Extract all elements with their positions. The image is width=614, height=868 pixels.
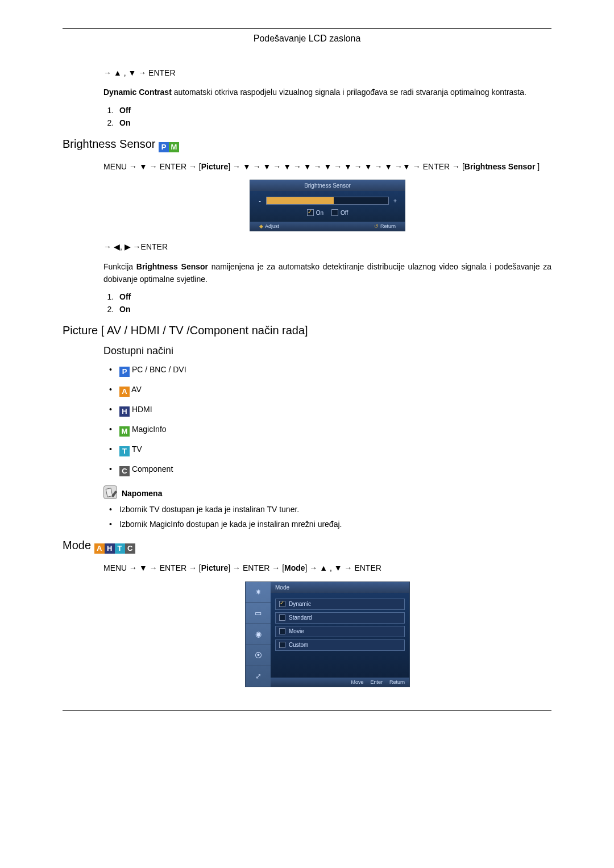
desc-text: automatski otkriva raspodjelu vizualnog …: [172, 88, 526, 97]
nav-sequence: → ▲ , ▼ → ENTER: [103, 67, 551, 79]
badge-c-icon: C: [125, 543, 135, 554]
section-brightness-content: MENU → ▼ → ENTER → [Picture] → ▼ → ▼ → ▼…: [103, 160, 551, 314]
note-icon: [103, 485, 117, 499]
osd-main: Mode Dynamic Standard Movie Custom Move …: [271, 582, 409, 687]
option-label: Custom: [289, 642, 308, 648]
term-dynamic-contrast: Dynamic Contrast: [103, 88, 172, 97]
footer-return: Return: [374, 223, 396, 229]
badge-m-icon: M: [119, 426, 130, 437]
path-picture: Picture: [201, 162, 228, 171]
option-label: Standard: [289, 614, 312, 621]
heading-text: Brightness Sensor: [63, 138, 155, 150]
toggle-on[interactable]: On: [307, 209, 323, 216]
badge-c-icon: C: [119, 466, 130, 476]
badge-m-icon: M: [169, 142, 179, 152]
mode-item-component: C Component: [109, 464, 551, 476]
mode-option-dynamic[interactable]: Dynamic: [275, 599, 405, 610]
heading-mode: Mode AHTC: [63, 539, 551, 554]
footer-enter: Enter: [370, 679, 383, 685]
slider-minus-icon: -: [257, 197, 263, 204]
osd-mode-body: Dynamic Standard Movie Custom: [271, 593, 409, 678]
badge-t-icon: T: [119, 446, 130, 456]
path-bs: Brightness Sensor: [464, 162, 535, 171]
sub-heading-modes: Dostupni načini: [103, 345, 551, 357]
badge-a-icon: A: [119, 387, 130, 397]
header-rule: [63, 28, 551, 29]
mode-label: TV: [130, 445, 142, 454]
note-title: Napomena: [119, 489, 162, 498]
osd-title: Brightness Sensor: [250, 180, 405, 191]
badge-t-icon: T: [115, 543, 125, 554]
mode-item-magicinfo: M MagicInfo: [109, 425, 551, 437]
side-icon[interactable]: ⦿: [246, 645, 271, 666]
option-label: Movie: [289, 628, 304, 634]
osd-mode-menu: ✷ ▭ ◉ ⦿ ⤢ Mode Dynamic Standard Movie Cu…: [245, 582, 410, 687]
toggle-off[interactable]: Off: [331, 209, 348, 216]
mode-option-standard[interactable]: Standard: [275, 612, 405, 624]
side-icon[interactable]: ▭: [246, 603, 271, 624]
desc-bold: Brightness Sensor: [136, 262, 208, 271]
osd-brightness-sensor: Brightness Sensor - + On Off Adjust Retu…: [250, 180, 405, 231]
slider-track[interactable]: [266, 197, 389, 205]
brightness-description: Funkcija Brightness Sensor namijenjena j…: [103, 260, 551, 286]
toggle-row: On Off: [257, 209, 398, 216]
document-page: Podešavanje LCD zaslona → ▲ , ▼ → ENTER …: [0, 0, 614, 745]
check-icon: [279, 628, 285, 634]
slider-row: - +: [257, 197, 398, 205]
check-on-icon: [307, 209, 314, 216]
mode-item-pc: P PC / BNC / DVI: [109, 365, 551, 377]
osd-mode-footer: Move Enter Return: [271, 678, 409, 687]
mode-menu-path: MENU → ▼ → ENTER → [Picture] → ENTER → […: [103, 562, 551, 574]
desc-prefix: Funkcija: [103, 262, 136, 271]
dynamic-contrast-description: Dynamic Contrast automatski otkriva rasp…: [103, 86, 551, 98]
side-icon[interactable]: ⤢: [246, 666, 271, 687]
osd-mode-title: Mode: [271, 582, 409, 593]
available-modes-list: P PC / BNC / DVI A AV H HDMI M MagicInfo…: [103, 365, 551, 476]
path-picture: Picture: [201, 563, 228, 572]
brightness-options-list: Off On: [103, 292, 551, 314]
option-on: On: [119, 305, 130, 314]
mode-label: Component: [130, 464, 173, 474]
mode-option-movie[interactable]: Movie: [275, 626, 405, 637]
mode-item-av: A AV: [109, 385, 551, 397]
path-seg: MENU → ▼ → ENTER → [: [103, 162, 201, 171]
option-label: Dynamic: [289, 601, 311, 607]
note-item: Izbornik MagicInfo dostupan je kada je i…: [109, 520, 551, 529]
option-off: Off: [119, 106, 131, 115]
footer-adjust: Adjust: [259, 223, 279, 229]
badge-h-icon: H: [119, 406, 130, 417]
check-icon: [279, 601, 285, 607]
mode-option-custom[interactable]: Custom: [275, 639, 405, 651]
slider-plus-icon: +: [392, 197, 398, 204]
osd-footer: Adjust Return: [250, 222, 405, 231]
note-item: Izbornik TV dostupan je kada je instalir…: [109, 505, 551, 514]
mode-label: PC / BNC / DVI: [130, 365, 186, 374]
option-off: Off: [119, 292, 131, 301]
page-title: Podešavanje LCD zaslona: [63, 34, 551, 44]
section-dynamic-contrast: → ▲ , ▼ → ENTER Dynamic Contrast automat…: [103, 67, 551, 127]
path-mode: Mode: [284, 563, 305, 572]
check-icon: [279, 642, 285, 648]
mode-label: MagicInfo: [130, 425, 167, 434]
slider-fill: [267, 197, 334, 204]
badge-a-icon: A: [94, 543, 105, 554]
notes-list: Izbornik TV dostupan je kada je instalir…: [103, 505, 551, 529]
heading-brightness-sensor: Brightness Sensor PM: [63, 138, 551, 152]
path-seg2: ] → ▼ → ▼ → ▼ → ▼ → ▼ → ▼ → ▼ → ▼ →▼ → E…: [228, 162, 464, 171]
side-icon[interactable]: ✷: [246, 582, 271, 603]
osd-sidebar: ✷ ▭ ◉ ⦿ ⤢: [246, 582, 271, 687]
footer-move: Move: [351, 679, 363, 685]
toggle-on-label: On: [316, 210, 323, 216]
side-icon[interactable]: ◉: [246, 624, 271, 645]
mode-item-tv: T TV: [109, 445, 551, 456]
badge-p-icon: P: [119, 367, 130, 377]
note-heading: Napomena: [103, 485, 551, 499]
menu-path: MENU → ▼ → ENTER → [Picture] → ▼ → ▼ → ▼…: [103, 160, 551, 173]
osd-body: - + On Off: [250, 191, 405, 222]
footer-return: Return: [389, 679, 405, 685]
heading-text: Mode: [63, 539, 91, 551]
mode-label: HDMI: [130, 405, 152, 414]
heading-picture: Picture [ AV / HDMI / TV /Component nači…: [63, 324, 551, 337]
footer-rule: [63, 710, 551, 711]
check-off-icon: [331, 209, 338, 216]
